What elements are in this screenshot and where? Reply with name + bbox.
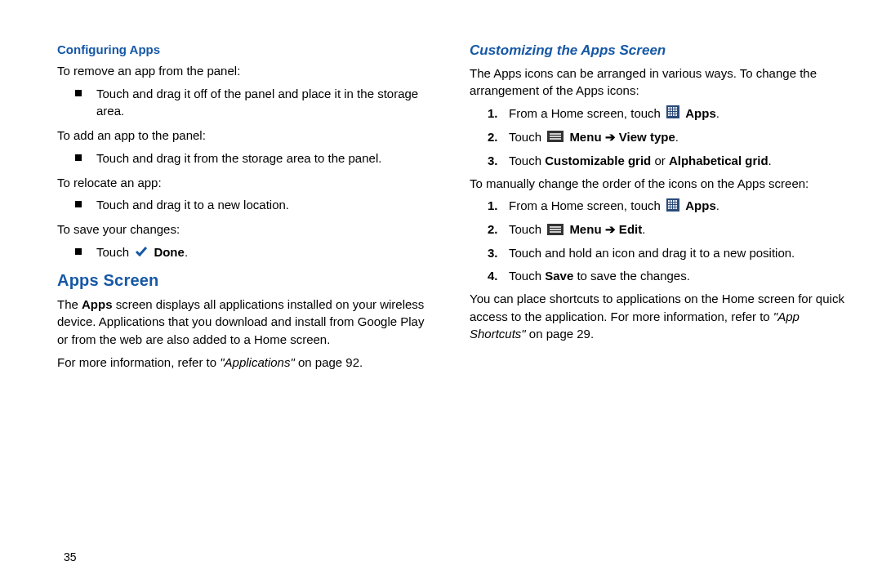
step-number: 3. [488, 244, 501, 262]
step-number: 1. [488, 105, 501, 122]
svg-rect-16 [675, 114, 677, 116]
text-save-intro: To save your changes: [57, 220, 437, 238]
svg-rect-22 [668, 200, 670, 202]
square-bullet-icon [75, 201, 82, 207]
bullet-add: Touch and drag it from the storage area … [75, 149, 437, 167]
t: . [716, 198, 719, 212]
svg-rect-29 [675, 203, 677, 204]
t: From a Home screen, touch [509, 198, 664, 212]
mstep-1: 1. From a Home screen, touch Apps. [488, 197, 849, 216]
mstep-2: 2. Touch Menu ➔ Edit. [488, 220, 849, 239]
t: screen displays all applications install… [57, 297, 424, 347]
step-text: Touch Menu ➔ Edit. [509, 220, 645, 239]
step-1: 1. From a Home screen, touch Apps. [488, 105, 849, 123]
apps-grid-icon [666, 105, 679, 123]
t: on page 92. [295, 355, 363, 369]
bullet-save: Touch Done. [75, 243, 437, 262]
svg-rect-1 [668, 107, 670, 109]
square-bullet-icon [75, 90, 82, 96]
text-relocate-intro: To relocate an app: [57, 174, 437, 192]
step-text: Touch Customizable grid or Alphabetical … [509, 152, 772, 170]
svg-rect-5 [668, 109, 670, 111]
svg-rect-11 [673, 112, 675, 114]
svg-rect-30 [668, 205, 670, 207]
text-remove-intro: To remove an app from the panel: [57, 62, 437, 80]
mstep-3: 3. Touch and hold an icon and drag it to… [488, 244, 849, 262]
bullet-add-text: Touch and drag it from the storage area … [96, 149, 381, 167]
text-done: Done [154, 245, 185, 259]
step-text: From a Home screen, touch Apps. [509, 197, 719, 216]
svg-rect-26 [668, 203, 670, 204]
step-text: Touch Menu ➔ View type. [509, 128, 679, 147]
t: Alphabetical grid [669, 154, 768, 167]
svg-rect-33 [675, 205, 677, 207]
step-text: Touch and hold an icon and drag it to a … [509, 244, 795, 262]
heading-apps-screen: Apps Screen [57, 269, 437, 292]
t: Touch [509, 130, 545, 144]
step-number: 1. [488, 197, 501, 215]
svg-rect-23 [670, 200, 672, 202]
bullet-remove-text: Touch and drag it off of the panel and p… [96, 85, 437, 121]
t: Menu ➔ Edit [569, 222, 642, 236]
t: The [57, 297, 82, 311]
text-apps-desc: The Apps screen displays all application… [57, 296, 437, 349]
svg-rect-32 [673, 205, 675, 207]
square-bullet-icon [75, 248, 82, 255]
t: Apps [685, 106, 716, 120]
heading-configuring-apps: Configuring Apps [57, 41, 437, 59]
bullet-save-text: Touch Done. [96, 243, 188, 262]
svg-rect-34 [668, 207, 670, 209]
svg-rect-6 [670, 109, 672, 111]
svg-rect-24 [673, 200, 675, 202]
t: Touch [509, 222, 545, 236]
t: Apps [82, 297, 113, 311]
svg-rect-28 [673, 203, 675, 204]
square-bullet-icon [75, 154, 82, 161]
svg-rect-36 [673, 207, 675, 209]
bullet-remove: Touch and drag it off of the panel and p… [75, 85, 437, 121]
step-number: 4. [488, 267, 501, 285]
step-number: 2. [488, 128, 501, 146]
svg-rect-15 [673, 114, 675, 116]
text-shortcuts-ref: You can place shortcuts to applications … [470, 290, 849, 343]
t: to save the changes. [573, 269, 690, 283]
text-arrange-intro: The Apps icons can be arranged in variou… [470, 65, 849, 100]
page-number: 35 [64, 550, 77, 564]
t: on page 29. [526, 327, 594, 341]
text-manual-intro: To manually change the order of the icon… [470, 175, 849, 193]
t: . [716, 106, 719, 120]
t: Menu ➔ View type [569, 130, 675, 144]
left-column: Configuring Apps To remove an app from t… [57, 41, 437, 572]
t: Apps [685, 198, 716, 212]
svg-rect-25 [675, 200, 677, 202]
svg-rect-13 [668, 114, 670, 116]
step-number: 2. [488, 220, 501, 238]
svg-rect-31 [670, 205, 672, 207]
svg-rect-12 [675, 112, 677, 114]
menu-icon [547, 129, 564, 147]
apps-grid-icon [666, 198, 679, 216]
bullet-relocate: Touch and drag it to a new location. [75, 196, 437, 214]
step-text: Touch Save to save the changes. [509, 267, 690, 285]
step-2: 2. Touch Menu ➔ View type. [488, 128, 849, 147]
svg-rect-3 [673, 107, 675, 109]
mstep-4: 4. Touch Save to save the changes. [488, 267, 849, 285]
step-text: From a Home screen, touch Apps. [509, 105, 719, 123]
heading-customizing: Customizing the Apps Screen [470, 41, 849, 61]
svg-rect-14 [670, 114, 672, 116]
svg-rect-37 [675, 207, 677, 209]
bullet-relocate-text: Touch and drag it to a new location. [96, 196, 289, 214]
svg-rect-10 [670, 112, 672, 114]
step-3: 3. Touch Customizable grid or Alphabetic… [488, 152, 849, 170]
menu-icon [547, 222, 564, 240]
svg-rect-9 [668, 112, 670, 114]
svg-rect-4 [675, 107, 677, 109]
right-column: Customizing the Apps Screen The Apps ico… [470, 41, 849, 572]
svg-rect-35 [670, 207, 672, 209]
checkmark-icon [135, 244, 148, 262]
t: For more information, refer to [57, 355, 220, 369]
svg-rect-2 [670, 107, 672, 109]
t: From a Home screen, touch [509, 106, 664, 120]
t: Touch [509, 154, 545, 167]
svg-rect-8 [675, 109, 677, 111]
